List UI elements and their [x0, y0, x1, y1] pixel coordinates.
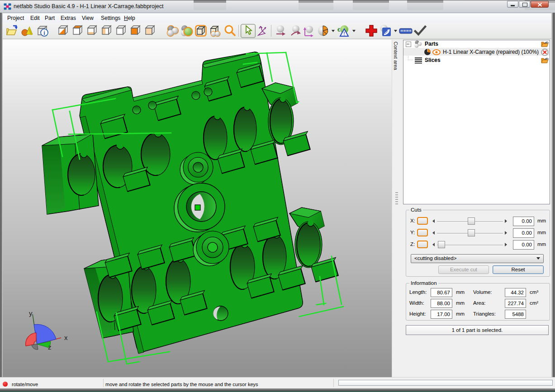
svg-text:x: x [64, 334, 68, 341]
svg-text:y: y [29, 309, 33, 317]
svg-text:!: ! [343, 31, 345, 36]
svg-text:z: z [48, 343, 52, 351]
svg-text:€: € [337, 27, 340, 33]
